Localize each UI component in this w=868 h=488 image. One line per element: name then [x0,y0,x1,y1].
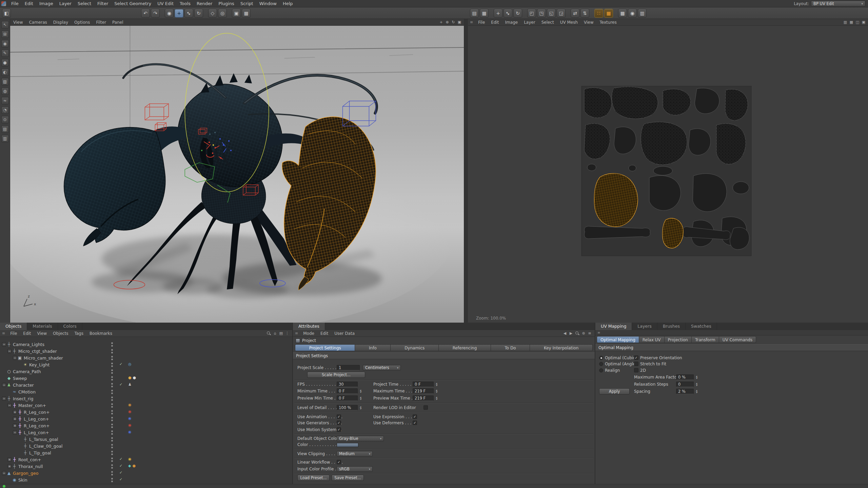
grid-icon[interactable]: ▦ [848,20,854,25]
menu-tools[interactable]: Tools [177,0,194,7]
tab-swatches[interactable]: Swatches [686,323,717,330]
stamp-tool-icon[interactable]: ⊙ [1,116,9,123]
tab-materials[interactable]: Materials [27,323,58,330]
nav-back-icon[interactable]: ◀ [562,331,568,336]
grip-icon[interactable]: ≡ [293,331,300,336]
collapse-icon[interactable]: − [13,430,17,434]
grip-icon[interactable]: ≡ [595,330,868,336]
tab-attributes[interactable]: Attributes [293,323,325,330]
enable-check-icon[interactable]: ✓ [119,362,122,366]
tree-row[interactable]: − ╋ L_Leg_con+ ◉ [0,429,292,436]
atab-info[interactable]: Info [355,344,391,351]
uv-menu-view[interactable]: View [581,19,596,26]
visibility-dots[interactable] [111,430,113,435]
visibility-dots[interactable] [111,355,113,361]
subtab-uv-commands[interactable]: UV Commands [719,336,756,343]
3d-viewport-canvas[interactable]: x z [10,26,464,323]
burn-tool-icon[interactable]: ◔ [1,106,9,114]
tree-row[interactable]: + ┼ Thorax_null ✓ ◆● [0,463,292,470]
visibility-dots[interactable] [111,423,113,428]
tree-row[interactable]: − ┼ Camera_Lights [0,341,292,348]
move-tool-icon[interactable]: + [175,9,183,18]
tree-row[interactable]: − ┼ Insect_rig [0,395,292,402]
stepper[interactable]: ▲▼ [359,388,362,394]
preview-min-input[interactable]: 0 F [337,395,358,401]
render-settings-icon[interactable]: ▦ [242,9,251,18]
collapse-icon[interactable]: − [2,383,6,387]
stepper[interactable]: ▲▼ [695,389,698,394]
uv-polygon-select-icon[interactable]: ▦ [604,9,613,18]
om-menu-tags[interactable]: Tags [71,330,86,337]
pointer-tool-icon[interactable]: ↖ [1,21,9,28]
uv-pin-icon[interactable]: ◉ [628,9,637,18]
more-icon[interactable]: ⋮ [284,331,290,336]
tree-row[interactable]: + ╋ Root_con+ ✓ ◉ [0,456,292,463]
dodge-tool-icon[interactable]: ◐ [1,68,9,76]
uv-point-select-icon[interactable]: ∷ [594,9,603,18]
visibility-dots[interactable] [111,362,113,367]
use-motion-checkbox[interactable]: ✓ [337,427,341,432]
project-time-input[interactable]: 0 F [413,382,434,387]
controller-tag-icon[interactable]: ◉ [128,423,132,427]
menu-help[interactable]: Help [280,0,296,7]
uv-mirror-h-icon[interactable]: ⇄ [571,9,579,18]
circle-select-tool-icon[interactable]: ◉ [1,40,9,47]
vp-menu-display[interactable]: Display [50,19,71,26]
search-icon[interactable] [267,331,271,336]
optimal-angle-radio[interactable] [599,362,603,366]
menu-select[interactable]: Select [75,0,94,7]
pan-view-icon[interactable]: + [438,20,444,25]
target-tag-icon[interactable]: ◎ [128,362,132,366]
expand-icon[interactable]: + [7,458,12,462]
visibility-dots[interactable] [111,464,113,469]
atab-todo[interactable]: To Do [491,344,530,351]
tree-row[interactable]: − ┼ Micro_ctgt_shader [0,348,292,354]
maximize-view-icon[interactable]: ▣ [456,20,462,25]
smoothing-tag-icon[interactable]: ● [128,375,132,380]
2d-checkbox[interactable] [634,368,638,372]
render-lod-checkbox[interactable] [423,405,428,410]
uv-grid-d-icon[interactable]: ◲ [557,9,566,18]
controller-tag-icon[interactable]: ◉ [128,416,132,421]
menu-layer[interactable]: Layer [56,0,75,7]
use-generators-checkbox[interactable]: ✓ [337,421,341,425]
rotate-tool-icon[interactable]: ↻ [194,9,203,18]
visibility-dots[interactable] [111,477,113,483]
atab-referencing[interactable]: Referencing [439,344,491,351]
search-icon[interactable] [575,331,579,336]
menu-script[interactable]: Script [237,0,256,7]
visibility-dots[interactable] [111,382,113,388]
tab-layers[interactable]: Layers [632,323,657,330]
enable-check-icon[interactable]: ✓ [119,457,122,461]
collapse-icon[interactable]: − [13,356,17,360]
visibility-dots[interactable] [111,409,113,415]
uv-rotate-icon[interactable]: ↻ [513,9,522,18]
stepper[interactable]: ▲▼ [435,382,438,387]
om-menu-objects[interactable]: Objects [50,330,71,337]
grip-icon[interactable]: ≡ [468,20,475,24]
menu-filter[interactable]: Filter [94,0,111,7]
uv-scale-icon[interactable]: ↔ [504,9,512,18]
visibility-dots[interactable] [111,403,113,408]
controller-tag-icon[interactable]: ◉ [128,430,132,434]
input-profile-dropdown[interactable]: sRGB▾ [337,466,373,472]
uv-grid-a-icon[interactable]: ◰ [527,9,536,18]
render-view-icon[interactable]: ▣ [232,9,241,18]
channels-icon[interactable]: ◫ [854,20,861,25]
tree-row[interactable]: ○ Camera_Path [0,368,292,375]
viewport-divider[interactable] [464,19,468,323]
stepper[interactable]: ▲▼ [359,405,362,410]
uv-menu-uvmesh[interactable]: UV Mesh [557,19,581,26]
nav-forward-icon[interactable]: ▶ [568,331,574,336]
home-icon[interactable]: ⌂ [272,331,278,336]
atab-project-settings[interactable]: Project Settings [295,344,355,351]
tree-row[interactable]: ┼ L_Tip_goal [0,449,292,456]
stepper[interactable]: ▲▼ [435,388,438,394]
tree-row[interactable]: ┼ L_Tarsus_goal [0,436,292,443]
uv-menu-select[interactable]: Select [538,19,557,26]
collapse-icon[interactable]: − [2,396,6,401]
enable-check-icon[interactable]: ✓ [119,477,122,482]
am-menu-userdata[interactable]: User Data [331,330,358,337]
am-menu-mode[interactable]: Mode [300,330,317,337]
use-deformers-checkbox[interactable]: ✓ [413,421,417,425]
